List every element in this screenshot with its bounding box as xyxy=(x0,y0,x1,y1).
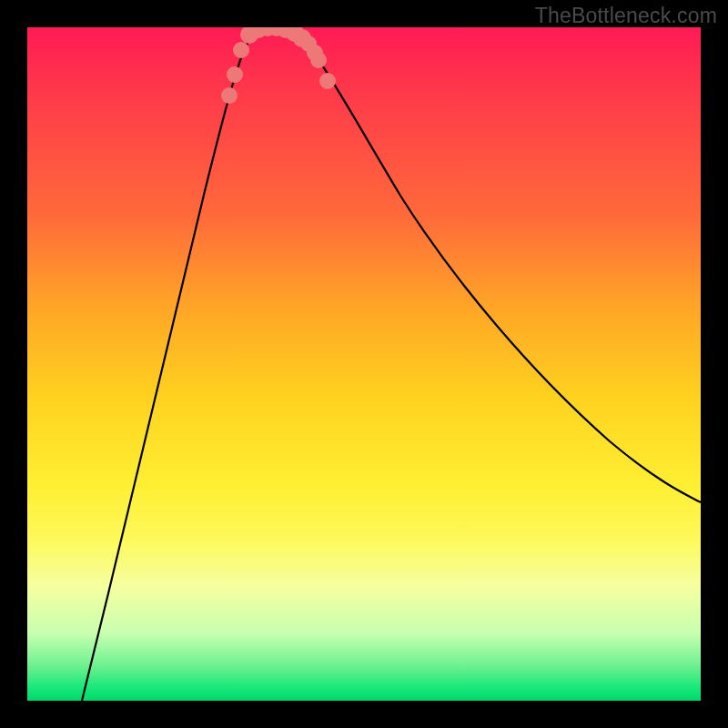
watermark-text: TheBottleneck.com xyxy=(535,4,717,28)
plot-area xyxy=(27,27,701,701)
bottleneck-curve xyxy=(82,27,701,701)
svg-point-12 xyxy=(310,52,327,68)
svg-point-13 xyxy=(319,73,336,89)
svg-point-0 xyxy=(221,87,238,104)
svg-point-2 xyxy=(233,42,249,58)
svg-point-1 xyxy=(227,66,243,83)
chart-frame: TheBottleneck.com xyxy=(0,0,728,728)
curve-layer xyxy=(27,27,701,701)
